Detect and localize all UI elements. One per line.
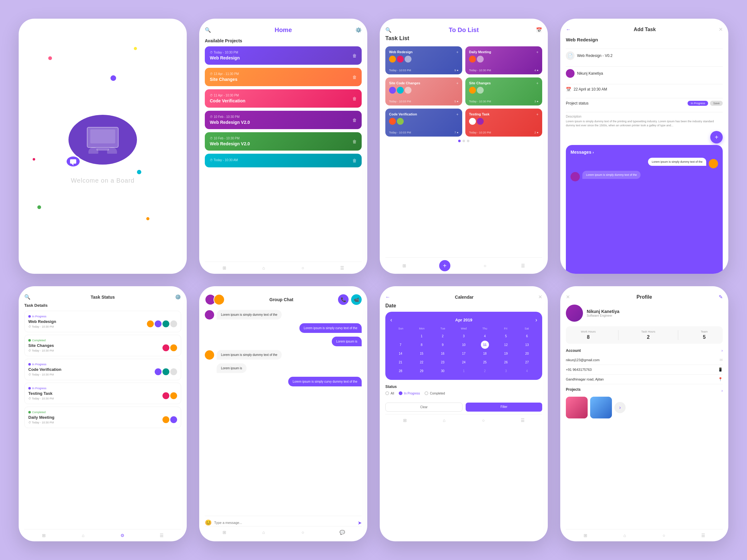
- cal-date[interactable]: 26: [502, 358, 510, 366]
- account-edit-icon[interactable]: ›: [721, 348, 723, 353]
- cal-date[interactable]: 14: [396, 349, 405, 357]
- task-card-site-code[interactable]: Site Code Changes + Today - 10:03 PM 5 ●: [385, 77, 462, 105]
- cal-date[interactable]: 10: [460, 341, 468, 349]
- add-fab-button[interactable]: +: [439, 260, 450, 271]
- filter-button[interactable]: Filter: [466, 403, 542, 411]
- cal-date[interactable]: 25: [481, 358, 489, 366]
- cal-date[interactable]: 2: [439, 332, 447, 340]
- cal-date[interactable]: 3: [460, 332, 468, 340]
- cal-date[interactable]: 8: [418, 341, 426, 349]
- nav-home-icon[interactable]: ⌂: [441, 417, 447, 424]
- task-card-web-redesign[interactable]: Web Redesign + Today - 10:03 PM 9 ●: [385, 46, 462, 74]
- project-thumbnail[interactable]: [566, 397, 588, 419]
- task-status-item[interactable]: In Progress Web Redesign ⏱ Today - 10:30…: [24, 311, 181, 332]
- add-fab-button[interactable]: +: [710, 131, 723, 143]
- task-status-item[interactable]: In Progress Testing Task ⏱ Today - 10:30…: [24, 383, 181, 404]
- task-card-daily-meeting[interactable]: Daily Meeting + Today - 10:30 PM 4 ●: [465, 46, 542, 74]
- filter-icon[interactable]: ⚙️: [175, 294, 181, 300]
- cal-date[interactable]: 7: [396, 341, 405, 349]
- cal-date[interactable]: 23: [439, 358, 447, 366]
- cal-date[interactable]: 30: [439, 367, 447, 375]
- emoji-icon[interactable]: 😊: [205, 519, 212, 526]
- nav-circle-icon[interactable]: ○: [300, 529, 306, 536]
- add-task-icon[interactable]: +: [456, 112, 459, 117]
- status-all-option[interactable]: All: [385, 391, 394, 395]
- cal-date[interactable]: 6: [523, 332, 531, 340]
- delete-icon[interactable]: 🗑: [352, 96, 357, 101]
- delete-icon[interactable]: 🗑: [352, 158, 357, 163]
- calendar-icon[interactable]: 📅: [536, 27, 542, 33]
- project-card[interactable]: ⏱ 11 Apr - 10:30 PM Code Verification 🗑: [205, 89, 362, 108]
- cal-date[interactable]: 17: [460, 349, 468, 357]
- task-status-item[interactable]: Completed Site Changes ⏱ Today - 10:30 P…: [24, 335, 181, 356]
- chat-message-input[interactable]: [214, 521, 358, 525]
- add-task-icon[interactable]: +: [456, 81, 459, 85]
- nav-grid-icon[interactable]: ⊞: [41, 532, 47, 539]
- status-completed-option[interactable]: Completed: [424, 391, 445, 395]
- project-card[interactable]: ⏱ Today - 10:30 PM Web Redesign 🗑: [205, 46, 362, 65]
- cal-date[interactable]: 16: [439, 349, 447, 357]
- nav-menu-icon[interactable]: ☰: [700, 532, 706, 539]
- nav-circle-icon[interactable]: ○: [300, 264, 306, 271]
- nav-menu-icon[interactable]: ☰: [158, 532, 165, 539]
- task-card-site-changes[interactable]: Site Changes + Today - 10:30 PM 3 ●: [465, 77, 542, 105]
- cal-date[interactable]: 4: [523, 367, 531, 375]
- status-in-progress-option[interactable]: In Progress: [399, 391, 420, 395]
- nav-grid-icon[interactable]: ⊞: [221, 529, 228, 536]
- cal-next-button[interactable]: ›: [535, 317, 537, 323]
- cal-date[interactable]: 24: [460, 358, 468, 366]
- cal-date[interactable]: 29: [418, 367, 426, 375]
- nav-home-icon[interactable]: ⌂: [260, 264, 267, 271]
- nav-home-icon[interactable]: ⌂: [80, 532, 86, 539]
- send-icon[interactable]: ➤: [358, 520, 362, 526]
- cal-prev-button[interactable]: ‹: [390, 317, 392, 323]
- cal-date[interactable]: 1: [460, 367, 468, 375]
- task-card-testing[interactable]: Testing Task + Today - 10:20 PM 2 ●: [465, 109, 542, 137]
- back-icon[interactable]: ←: [385, 294, 390, 300]
- project-card[interactable]: ⏱ 10 Feb - 10:30 PM Web Redesign V2.0 🗑: [205, 111, 362, 129]
- add-task-icon[interactable]: +: [536, 50, 538, 54]
- nav-grid-icon[interactable]: ⊞: [221, 264, 228, 271]
- status-in-progress-badge[interactable]: In Progress: [688, 101, 708, 106]
- add-task-icon[interactable]: +: [536, 81, 538, 85]
- nav-menu-icon[interactable]: ☰: [520, 262, 526, 269]
- close-icon[interactable]: ✕: [538, 294, 542, 300]
- search-icon[interactable]: 🔍: [385, 27, 391, 33]
- cal-date[interactable]: 20: [523, 349, 531, 357]
- cal-date[interactable]: 27: [523, 358, 531, 366]
- nav-circle-icon[interactable]: ○: [482, 262, 488, 269]
- cal-date[interactable]: 1: [418, 332, 426, 340]
- projects-more-icon[interactable]: ›: [721, 389, 723, 393]
- status-save-badge[interactable]: Save: [710, 101, 723, 106]
- close-icon[interactable]: ✕: [719, 26, 723, 32]
- more-projects-button[interactable]: ›: [614, 402, 626, 413]
- cal-date[interactable]: 21: [396, 358, 405, 366]
- task-card-code-verify[interactable]: Code Verification + Today - 10:03 PM 7 ●: [385, 109, 462, 137]
- cal-date[interactable]: 2: [481, 367, 489, 375]
- close-icon[interactable]: ✕: [566, 294, 570, 300]
- cal-date[interactable]: 18: [481, 349, 489, 357]
- nav-chat-icon[interactable]: 💬: [339, 529, 345, 536]
- delete-icon[interactable]: 🗑: [352, 53, 357, 58]
- nav-grid-icon[interactable]: ⊞: [401, 262, 408, 269]
- cal-today[interactable]: 11: [481, 341, 489, 349]
- add-task-icon[interactable]: +: [536, 112, 538, 117]
- back-icon[interactable]: ←: [566, 27, 571, 32]
- nav-grid-icon[interactable]: ⊞: [582, 532, 589, 539]
- add-task-icon[interactable]: +: [456, 50, 459, 54]
- delete-icon[interactable]: 🗑: [352, 139, 357, 144]
- cal-date[interactable]: 9: [439, 341, 447, 349]
- task-status-item[interactable]: In Progress Code Verification ⏱ Today - …: [24, 359, 181, 380]
- video-call-button[interactable]: 📹: [351, 294, 362, 305]
- nav-circle-icon[interactable]: ○: [480, 417, 487, 424]
- cal-date[interactable]: 28: [396, 367, 405, 375]
- project-thumbnail[interactable]: [590, 397, 612, 419]
- cal-date[interactable]: 13: [523, 341, 531, 349]
- nav-home-icon[interactable]: ⌂: [621, 532, 628, 539]
- delete-icon[interactable]: 🗑: [352, 117, 357, 123]
- project-card[interactable]: ⏱ 10 Feb - 10:30 PM Web Redesign V2.0 🗑: [205, 132, 362, 151]
- delete-icon[interactable]: 🗑: [352, 75, 357, 80]
- cal-date[interactable]: 15: [418, 349, 426, 357]
- cal-date[interactable]: 5: [502, 332, 510, 340]
- nav-grid-icon[interactable]: ⊞: [402, 417, 408, 424]
